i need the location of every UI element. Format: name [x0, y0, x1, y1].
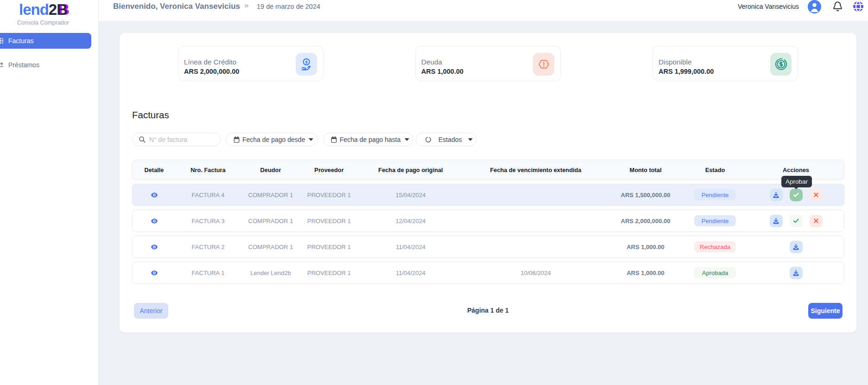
svg-text:$: $ [305, 59, 308, 64]
